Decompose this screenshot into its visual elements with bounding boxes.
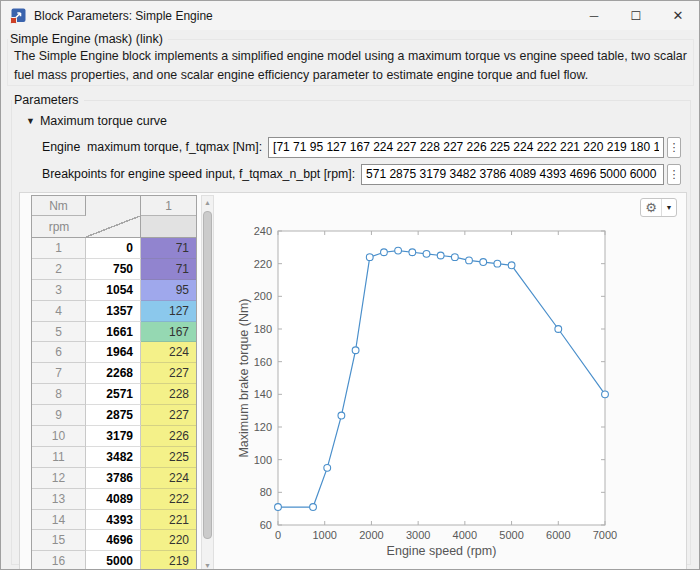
svg-text:140: 140 (254, 388, 272, 400)
table-row: 113482225 (32, 447, 196, 468)
section-label: Maximum torque curve (40, 114, 167, 128)
close-button[interactable]: ✕ (657, 1, 699, 30)
svg-text:5000: 5000 (499, 529, 523, 541)
value-cell[interactable]: 225 (141, 447, 196, 468)
dropdown-arrow-icon[interactable]: ▼ (661, 199, 676, 216)
header-column-1[interactable]: 1 (141, 196, 196, 216)
breakpoint-cell[interactable]: 3482 (86, 447, 141, 468)
svg-text:7000: 7000 (593, 529, 617, 541)
field-row-torque: Engine maximum torque, f_tqmax [Nm]: ⋮ (42, 136, 681, 158)
torque-curve-panel: 0100020003000400050006000700060801001201… (19, 192, 687, 570)
row-index-cell: 5 (32, 322, 86, 343)
value-cell[interactable]: 227 (141, 405, 196, 426)
row-index-cell: 3 (32, 280, 86, 301)
svg-text:4000: 4000 (453, 529, 477, 541)
breakpoint-cell[interactable]: 0 (86, 238, 141, 259)
plot-settings-button[interactable]: ⚙ ▼ (640, 198, 677, 217)
parameters-label: Parameters (12, 93, 84, 107)
scroll-up-icon[interactable]: ▲ (202, 196, 213, 209)
maximize-button[interactable]: ☐ (615, 1, 657, 30)
breakpoint-cell[interactable]: 2571 (86, 384, 141, 405)
row-index-cell: 8 (32, 384, 86, 405)
value-cell[interactable]: 71 (141, 259, 196, 280)
breakpoints-input[interactable] (361, 164, 664, 185)
breakpoint-cell[interactable]: 3786 (86, 468, 141, 489)
minimize-button[interactable]: ─ (573, 1, 615, 30)
table-row: 82571228 (32, 384, 196, 405)
title-bar: Block Parameters: Simple Engine ─ ☐ ✕ (1, 1, 699, 30)
table-row: 41357127 (32, 301, 196, 322)
value-cell[interactable]: 220 (141, 530, 196, 551)
breakpoint-cell[interactable]: 4089 (86, 489, 141, 510)
row-index-cell: 2 (32, 259, 86, 280)
row-index-cell: 15 (32, 530, 86, 551)
row-index-cell: 14 (32, 510, 86, 531)
breakpoint-cell[interactable]: 1054 (86, 280, 141, 301)
svg-text:0: 0 (275, 529, 281, 541)
svg-text:180: 180 (254, 323, 272, 335)
torque-field-label: Engine maximum torque, f_tqmax [Nm]: (42, 140, 262, 154)
value-cell[interactable]: 224 (141, 468, 196, 489)
collapse-arrow-icon[interactable]: ▼ (26, 116, 35, 126)
lookup-table: Nm 1 rpm 1071275071310549541357127516611… (31, 195, 197, 570)
svg-text:160: 160 (254, 356, 272, 368)
value-cell[interactable]: 127 (141, 301, 196, 322)
breakpoint-cell[interactable]: 1357 (86, 301, 141, 322)
header-output-unit: Nm (32, 196, 86, 216)
torque-input[interactable] (268, 137, 664, 158)
table-row: 61964224 (32, 342, 196, 363)
table-row: 165000219 (32, 551, 196, 570)
value-cell[interactable]: 224 (141, 342, 196, 363)
breakpoint-cell[interactable]: 1964 (86, 342, 141, 363)
value-cell[interactable]: 227 (141, 363, 196, 384)
svg-text:Maximum brake torque (Nm): Maximum brake torque (Nm) (237, 298, 251, 457)
value-cell[interactable]: 222 (141, 489, 196, 510)
table-row: 92875227 (32, 405, 196, 426)
value-cell[interactable]: 226 (141, 426, 196, 447)
section-maximum-torque-curve[interactable]: ▼ Maximum torque curve (26, 114, 167, 128)
table-scrollbar[interactable]: ▲ ▼ (201, 195, 214, 570)
simulink-app-icon (10, 8, 26, 24)
row-index-cell: 4 (32, 301, 86, 322)
svg-text:3000: 3000 (406, 529, 430, 541)
block-parameters-dialog: Block Parameters: Simple Engine ─ ☐ ✕ Si… (0, 0, 700, 570)
row-index-cell: 9 (32, 405, 86, 426)
scrollbar-thumb[interactable] (203, 211, 212, 539)
value-cell[interactable]: 95 (141, 280, 196, 301)
svg-text:Engine speed (rpm): Engine speed (rpm) (387, 544, 497, 558)
header-gray-cell (141, 216, 196, 237)
torque-options-button[interactable]: ⋮ (667, 137, 681, 158)
breakpoint-cell[interactable]: 2875 (86, 405, 141, 426)
breakpoint-cell[interactable]: 4393 (86, 510, 141, 531)
header-spacer (86, 196, 141, 216)
svg-text:240: 240 (254, 225, 272, 237)
parameters-group: Parameters ▼ Maximum torque curve Engine… (11, 93, 691, 565)
svg-text:6000: 6000 (546, 529, 570, 541)
table-row: 72268227 (32, 363, 196, 384)
breakpoint-cell[interactable]: 5000 (86, 551, 141, 570)
gear-icon[interactable]: ⚙ (641, 199, 661, 216)
scroll-down-icon[interactable]: ▼ (202, 559, 213, 570)
svg-text:100: 100 (254, 454, 272, 466)
mask-group: Simple Engine (mask) (link) The Simple E… (7, 32, 694, 86)
block-description: The Simple Engine block implements a sim… (8, 46, 693, 84)
row-index-cell: 10 (32, 426, 86, 447)
value-cell[interactable]: 167 (141, 322, 196, 343)
field-row-breakpoints: Breakpoints for engine speed input, f_tq… (42, 163, 681, 185)
breakpoint-cell[interactable]: 4696 (86, 530, 141, 551)
breakpoint-cell[interactable]: 2268 (86, 363, 141, 384)
value-cell[interactable]: 228 (141, 384, 196, 405)
breakpoint-cell[interactable]: 1661 (86, 322, 141, 343)
breakpoint-cell[interactable]: 3179 (86, 426, 141, 447)
breakpoint-cell[interactable]: 750 (86, 259, 141, 280)
row-index-cell: 13 (32, 489, 86, 510)
svg-text:1000: 1000 (312, 529, 336, 541)
table-row: 144393221 (32, 510, 196, 531)
breakpoints-options-button[interactable]: ⋮ (667, 164, 681, 185)
row-index-cell: 11 (32, 447, 86, 468)
value-cell[interactable]: 219 (141, 551, 196, 570)
value-cell[interactable]: 71 (141, 238, 196, 259)
table-row: 1071 (32, 238, 196, 259)
row-index-cell: 7 (32, 363, 86, 384)
value-cell[interactable]: 221 (141, 510, 196, 531)
